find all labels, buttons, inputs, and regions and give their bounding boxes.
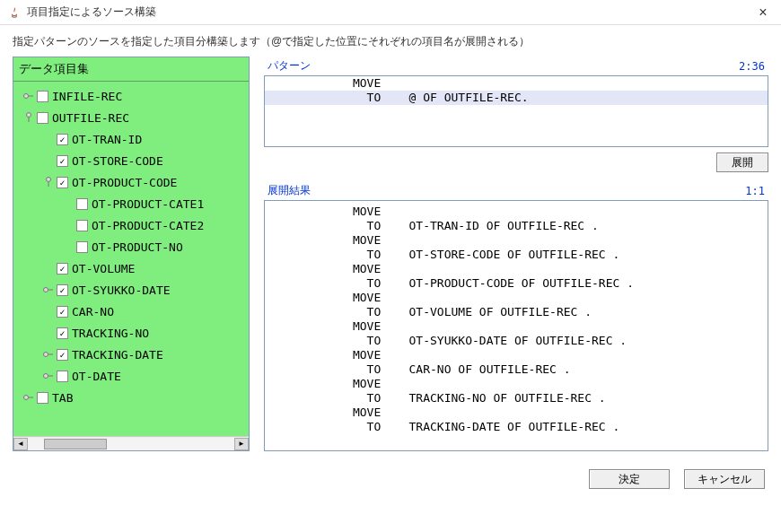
scroll-left-button[interactable]: ◄ [13,438,28,450]
result-line: TO OT-SYUKKO-DATE OF OUTFILE-REC . [268,334,764,348]
tree-item-label: OT-SYUKKO-DATE [72,283,171,297]
expand-icon[interactable] [42,348,55,361]
pattern-line[interactable]: TO @ OF OUTFILE-REC. [265,91,768,105]
tree-panel: データ項目集 INFILE-RECOUTFILE-RECOT-TRAN-IDOT… [13,57,250,451]
svg-point-0 [24,94,29,99]
tree-checkbox[interactable] [37,91,48,102]
tree-checkbox[interactable] [37,112,48,124]
tree-checkbox[interactable] [57,349,68,361]
tree-item[interactable]: OT-VOLUME [15,257,247,279]
tree[interactable]: INFILE-RECOUTFILE-RECOT-TRAN-IDOT-STORE-… [13,82,249,412]
result-header: 展開結果 1:1 [264,181,768,200]
tree-checkbox[interactable] [76,241,88,253]
result-line: TO CAR-NO OF OUTFILE-REC . [268,362,764,377]
tree-checkbox[interactable] [76,220,88,231]
tree-container: INFILE-RECOUTFILE-RECOT-TRAN-IDOT-STORE-… [13,82,249,436]
svg-point-6 [44,288,48,292]
tree-item-label: OT-PRODUCT-CODE [72,176,177,189]
tree-item[interactable]: OUTFILE-REC [15,107,247,128]
expand-icon[interactable] [42,370,55,382]
tree-item[interactable]: INFILE-REC [15,85,247,107]
main-area: データ項目集 INFILE-RECOUTFILE-RECOT-TRAN-IDOT… [0,57,781,460]
tree-item-label: TRACKING-DATE [72,348,163,362]
result-line: MOVE [268,233,764,248]
tree-checkbox[interactable] [57,134,68,145]
tree-checkbox[interactable] [57,263,68,275]
result-title: 展開結果 [268,183,311,198]
result-line: MOVE [268,319,764,334]
expand-icon[interactable] [22,391,35,404]
result-viewer[interactable]: MOVE TO OT-TRAN-ID OF OUTFILE-REC . MOVE… [264,200,768,451]
tree-header: データ項目集 [13,57,249,82]
tree-item[interactable]: OT-PRODUCT-NO [15,236,247,257]
horizontal-scrollbar[interactable]: ◄ ► [13,436,249,450]
scroll-right-button[interactable]: ► [234,438,249,450]
tree-item[interactable]: OT-TRAN-ID [15,128,247,150]
result-line: TO OT-PRODUCT-CODE OF OUTFILE-REC . [268,276,764,291]
tree-item[interactable]: OT-DATE [15,365,247,387]
tree-item-label: TRACKING-NO [72,327,149,340]
tree-item-label: TAB [52,391,73,405]
svg-point-2 [27,113,31,118]
result-line: TO TRACKING-NO OF OUTFILE-REC . [268,391,764,406]
tree-checkbox[interactable] [57,327,68,339]
tree-item-label: OT-STORE-CODE [72,154,163,168]
svg-point-12 [24,396,29,400]
pattern-line[interactable]: MOVE [265,76,768,91]
result-line: MOVE [268,406,764,420]
result-line: MOVE [268,205,764,219]
cancel-button[interactable]: キャンセル [684,469,765,489]
tree-item[interactable]: TRACKING-NO [15,322,247,344]
pattern-title: パターン [268,58,311,74]
tree-item-label: INFILE-REC [52,90,122,103]
tree-item-label: OUTFILE-REC [52,111,129,125]
button-row: 決定 キャンセル [0,460,781,500]
tree-item-label: OT-PRODUCT-CATE1 [92,197,204,211]
collapse-icon[interactable] [42,176,55,188]
expand-icon[interactable] [22,90,35,102]
tree-item[interactable]: OT-PRODUCT-CATE1 [15,193,247,214]
tree-item-label: OT-DATE [72,370,121,383]
java-icon [7,5,22,20]
tree-item[interactable]: TAB [15,387,247,408]
scroll-track[interactable] [28,438,234,450]
tree-checkbox[interactable] [76,198,88,210]
tree-item-label: CAR-NO [72,305,114,318]
ok-button[interactable]: 決定 [589,469,670,489]
tree-item[interactable]: OT-PRODUCT-CATE2 [15,214,247,236]
svg-point-10 [44,374,48,379]
result-line: TO OT-STORE-CODE OF OUTFILE-REC . [268,248,764,262]
scroll-thumb[interactable] [44,439,107,449]
collapse-icon[interactable] [22,111,35,124]
title-bar: 項目指定によるソース構築 × [0,0,781,25]
tree-checkbox[interactable] [57,371,68,382]
tree-item[interactable]: OT-SYUKKO-DATE [15,279,247,301]
result-line: MOVE [268,348,764,362]
right-panel: パターン 2:36 MOVE TO @ OF OUTFILE-REC. 展開 展… [264,57,768,451]
tree-item-label: OT-PRODUCT-CATE2 [92,219,204,232]
tree-item-label: OT-VOLUME [72,262,135,275]
tree-item[interactable]: OT-PRODUCT-CODE [15,171,247,193]
tree-item[interactable]: TRACKING-DATE [15,344,247,365]
result-line: TO OT-VOLUME OF OUTFILE-REC . [268,305,764,319]
tree-checkbox[interactable] [57,177,68,188]
pattern-editor[interactable]: MOVE TO @ OF OUTFILE-REC. [264,75,768,147]
svg-point-4 [47,178,51,182]
tree-checkbox[interactable] [37,392,48,404]
tree-checkbox[interactable] [57,284,68,296]
tree-checkbox[interactable] [57,155,68,167]
result-line: TO TRACKING-DATE OF OUTFILE-REC . [268,420,764,434]
tree-checkbox[interactable] [57,306,68,318]
tree-item-label: OT-PRODUCT-NO [92,240,183,254]
window-title: 項目指定によるソース構築 [27,4,752,20]
tree-item[interactable]: CAR-NO [15,301,247,322]
result-line: MOVE [268,291,764,305]
expand-button[interactable]: 展開 [716,153,768,172]
tree-item-label: OT-TRAN-ID [72,133,142,146]
close-button[interactable]: × [752,4,774,21]
result-line: MOVE [268,262,764,276]
dialog-description: 指定パターンのソースを指定した項目分構築します（@で指定した位置にそれぞれの項目… [0,25,781,57]
tree-item[interactable]: OT-STORE-CODE [15,150,247,171]
result-position: 1:1 [745,185,765,197]
expand-icon[interactable] [42,283,55,296]
